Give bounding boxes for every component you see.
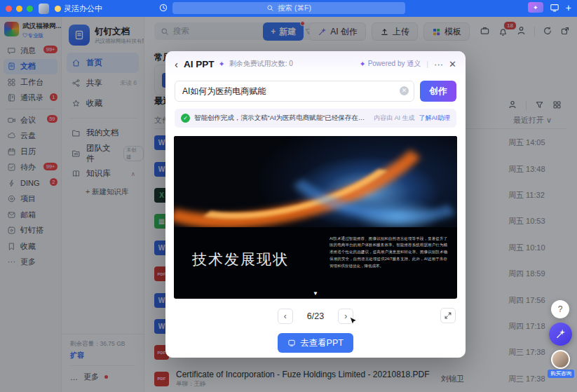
ppt-topic-input[interactable]: [175, 81, 414, 102]
ppt-doc-icon: [287, 339, 296, 347]
fullscreen-button[interactable]: [440, 308, 456, 323]
slide-title: 技术发展现状: [192, 250, 289, 269]
view-ppt-button[interactable]: 去查看PPT: [278, 333, 353, 353]
ai-assistant-icon[interactable]: ✦: [528, 2, 543, 13]
user-status[interactable]: 灵活办公中: [55, 4, 102, 14]
powered-by: ✦Powered by 通义: [359, 59, 421, 69]
generation-status-banner: ✓ 智能创作完成，演示文稿“AI为医药电商赋能”已经保存在「我的文档-文档AI文…: [175, 109, 456, 128]
back-icon[interactable]: ‹: [175, 59, 178, 69]
sparkle-icon: ✦: [219, 60, 225, 69]
status-icon: [55, 6, 61, 12]
buy-consult-badge: 购买咨询: [548, 370, 574, 378]
trial-count-text: 剩余免费试用次数: 0: [229, 59, 293, 69]
minimize-window-button[interactable]: [16, 6, 22, 12]
chevron-down-icon: ▼: [313, 290, 318, 297]
global-search-placeholder: 搜索 (⌘F): [278, 4, 311, 13]
modal-title: AI PPT: [184, 59, 215, 69]
prev-slide-button[interactable]: ‹: [278, 309, 293, 324]
macos-titlebar: 灵活办公中 搜索 (⌘F) ✦ +: [0, 0, 577, 17]
help-button[interactable]: ?: [551, 300, 569, 318]
modal-header: ‹ AI PPT ✦ 剩余免费试用次数: 0 ✦Powered by 通义 | …: [165, 51, 466, 76]
global-search-input[interactable]: 搜索 (⌘F): [172, 2, 405, 14]
ai-ppt-modal: ‹ AI PPT ✦ 剩余免费试用次数: 0 ✦Powered by 通义 | …: [165, 51, 466, 358]
search-icon: [266, 4, 274, 12]
slide-pager: ‹ 6/23 ›: [165, 308, 466, 325]
slide-preview[interactable]: 技术发展现状 AI技术通过智能推荐、图像识别和自然语言处理等手段，显著提升了医药…: [174, 136, 457, 299]
tongyi-icon: ✦: [359, 60, 365, 69]
create-button[interactable]: 创作: [420, 81, 456, 102]
support-agent-avatar[interactable]: [551, 350, 570, 369]
close-icon[interactable]: ✕: [449, 59, 456, 69]
history-icon[interactable]: [158, 3, 168, 15]
clear-input-icon[interactable]: ✕: [400, 86, 409, 95]
slide-page-indicator: 6/23: [307, 311, 324, 321]
window-controls: [6, 6, 33, 12]
wand-icon: [555, 329, 566, 339]
app-window: 灵活办公中 搜索 (⌘F) ✦ + 武汉福禄网... 🛡专业版 消息99+文档工…: [0, 0, 577, 392]
add-icon[interactable]: +: [566, 3, 571, 13]
ai-assistant-button[interactable]: [549, 323, 572, 346]
learn-ai-assistant-link[interactable]: 了解AI助理: [419, 114, 450, 123]
slide-body-text: AI技术通过智能推荐、图像识别和自然语言处理等手段，显著提升了医药电商平台的用户…: [330, 236, 447, 270]
close-window-button[interactable]: [6, 6, 12, 12]
screen-share-icon[interactable]: [550, 3, 559, 13]
success-check-icon: ✓: [181, 114, 190, 123]
more-menu-icon[interactable]: ···: [434, 59, 443, 69]
ai-generated-note: 内容由 AI 生成: [374, 114, 415, 123]
slide-cover-image: [174, 136, 457, 227]
zoom-window-button[interactable]: [27, 6, 33, 12]
status-text: 智能创作完成，演示文稿“AI为医药电商赋能”已经保存在「我的文档-文档AI文件夹…: [194, 114, 369, 123]
status-text: 灵活办公中: [64, 4, 102, 14]
mouse-cursor: [349, 316, 358, 328]
user-avatar[interactable]: [39, 4, 49, 14]
